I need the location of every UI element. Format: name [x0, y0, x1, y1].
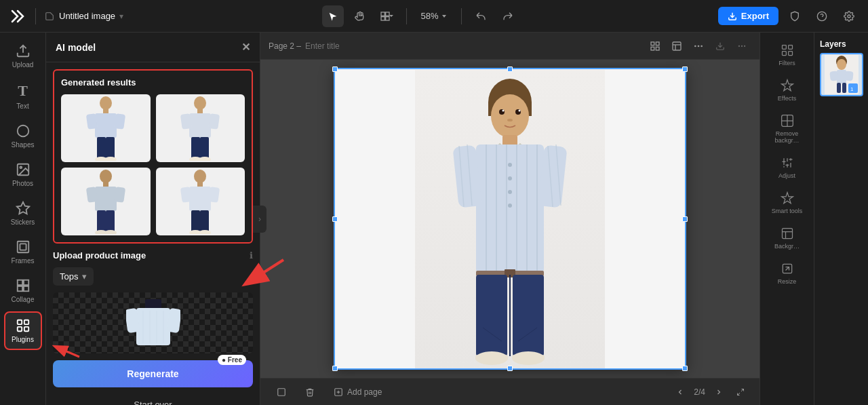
select-tool[interactable] [322, 5, 344, 27]
svg-rect-57 [136, 308, 170, 345]
upload-area[interactable] [53, 292, 253, 353]
info-icon[interactable]: ℹ [250, 250, 253, 261]
add-page-label: Add page [347, 387, 382, 397]
settings-button[interactable] [838, 5, 860, 27]
export-button[interactable]: Export [718, 7, 778, 25]
svg-rect-30 [197, 109, 203, 113]
sidebar-stickers-label: Stickers [11, 218, 35, 226]
svg-point-81 [491, 94, 529, 138]
svg-rect-11 [17, 280, 22, 285]
sidebar-item-collage[interactable]: Collage [4, 273, 42, 309]
result-thumb-2[interactable] [156, 94, 245, 162]
help-button[interactable] [811, 5, 833, 27]
prev-page-btn[interactable] [672, 384, 688, 400]
sidebar-item-upload[interactable]: Upload [4, 38, 42, 74]
sidebar-item-photos[interactable]: Photos [4, 157, 42, 193]
right-tool-resize[interactable]: Resize [766, 256, 809, 290]
handle-tc[interactable] [507, 66, 513, 72]
start-over-label: Start over [134, 400, 172, 405]
free-badge: ● Free [218, 355, 246, 365]
fullscreen-btn[interactable] [732, 384, 749, 400]
canvas-tools [646, 37, 751, 56]
right-tool-remove-bg[interactable]: Remove backgr… [766, 109, 809, 149]
sidebar-shapes-label: Shapes [12, 141, 35, 149]
result-thumb-4[interactable] [156, 168, 245, 235]
page-label: Page 2 – [269, 41, 301, 51]
right-tool-adjust[interactable]: Adjust [766, 151, 809, 185]
svg-point-97 [508, 190, 512, 194]
next-page-btn[interactable] [711, 384, 727, 400]
canvas-tool-more[interactable] [689, 37, 708, 56]
sidebar-item-plugins[interactable]: Plugins [4, 311, 42, 350]
shield-button[interactable] [784, 5, 806, 27]
topbar-tools: 58% [129, 5, 713, 27]
canvas-download-icon[interactable] [711, 37, 730, 56]
right-tool-effects[interactable]: Effects [766, 73, 809, 107]
svg-line-120 [741, 389, 744, 391]
handle-ml[interactable] [332, 216, 338, 222]
right-tool-filters[interactable]: Filters [766, 38, 809, 72]
regenerate-button[interactable]: ● Free Regenerate [53, 360, 253, 387]
handle-tl[interactable] [332, 66, 338, 72]
left-sidebar: Upload T Text Shapes Photos Stickers Fra… [0, 33, 46, 405]
filters-label: Filters [778, 60, 795, 66]
start-over-button[interactable]: Start over [53, 393, 253, 405]
topbar-right: Export [718, 5, 860, 27]
svg-rect-14 [23, 286, 28, 291]
category-selector[interactable]: Tops ▾ [53, 267, 94, 286]
zoom-selector[interactable]: 58% [415, 8, 453, 24]
shirt-preview-svg [126, 296, 180, 350]
svg-point-47 [194, 170, 206, 183]
handle-mr[interactable] [682, 216, 688, 222]
app-logo [8, 7, 27, 26]
ai-panel-close-button[interactable]: ✕ [241, 41, 250, 54]
undo-button[interactable] [470, 5, 492, 27]
svg-rect-66 [656, 42, 659, 45]
svg-point-73 [698, 45, 700, 47]
svg-rect-52 [191, 210, 200, 232]
canvas-scroll[interactable] [260, 60, 760, 378]
svg-point-72 [694, 45, 696, 47]
sidebar-upload-label: Upload [12, 61, 34, 69]
file-name-area[interactable]: Untitled image ▾ [44, 11, 123, 22]
canvas-tool-layout[interactable] [667, 37, 686, 56]
handle-bl[interactable] [332, 366, 338, 371]
canvas-toolbar: Page 2 – [260, 33, 760, 60]
svg-rect-67 [651, 47, 654, 50]
add-page-btn[interactable]: Add page [328, 385, 387, 400]
svg-rect-9 [17, 242, 28, 253]
handle-br[interactable] [682, 366, 688, 371]
right-tool-smart[interactable]: Smart tools [766, 186, 809, 220]
canvas-tool-grid[interactable] [646, 37, 665, 56]
svg-rect-10 [20, 244, 26, 250]
sidebar-item-text[interactable]: T Text [4, 77, 42, 115]
sidebar-item-stickers[interactable]: Stickers [4, 195, 42, 231]
page-title-input[interactable] [305, 41, 387, 51]
svg-point-140 [837, 59, 846, 70]
svg-point-84 [502, 109, 505, 111]
bottom-history-btn[interactable] [271, 385, 292, 400]
panel-collapse[interactable]: › [253, 206, 267, 233]
layout-tool[interactable] [376, 5, 398, 27]
result-thumb-3[interactable] [61, 168, 151, 235]
result-thumb-1[interactable] [61, 94, 151, 162]
hand-tool[interactable] [349, 5, 371, 27]
right-tool-backgr[interactable]: Backgr… [766, 221, 809, 255]
svg-rect-16 [24, 320, 28, 324]
sidebar-item-shapes[interactable]: Shapes [4, 118, 42, 154]
handle-bc[interactable] [507, 366, 513, 371]
svg-rect-35 [200, 137, 209, 159]
layer-thumb-1[interactable]: 1 [820, 53, 863, 96]
svg-rect-48 [197, 182, 203, 187]
handle-tr[interactable] [682, 66, 688, 72]
svg-rect-144 [837, 83, 841, 93]
sidebar-photos-label: Photos [12, 180, 33, 187]
svg-point-76 [741, 45, 743, 46]
svg-rect-124 [782, 52, 786, 56]
svg-point-20 [100, 96, 112, 110]
redo-button[interactable] [497, 5, 519, 27]
canvas-more-icon[interactable] [732, 37, 751, 56]
svg-rect-65 [651, 42, 654, 45]
bottom-trash-btn[interactable] [300, 385, 320, 400]
sidebar-item-frames[interactable]: Frames [4, 234, 42, 270]
